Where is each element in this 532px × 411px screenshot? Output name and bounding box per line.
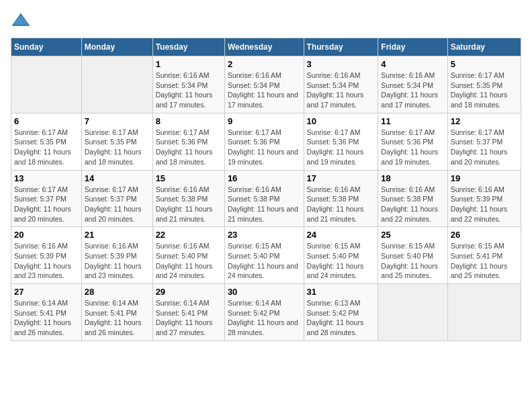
day-cell: 26Sunrise: 6:15 AM Sunset: 5:41 PM Dayli…: [447, 227, 521, 284]
day-cell: 11Sunrise: 6:17 AM Sunset: 5:36 PM Dayli…: [378, 113, 447, 170]
day-info: Sunrise: 6:15 AM Sunset: 5:41 PM Dayligh…: [451, 241, 518, 281]
day-header-monday: Monday: [81, 38, 152, 56]
day-number: 26: [451, 230, 518, 240]
day-cell: 29Sunrise: 6:14 AM Sunset: 5:41 PM Dayli…: [152, 284, 224, 341]
day-info: Sunrise: 6:16 AM Sunset: 5:39 PM Dayligh…: [14, 241, 79, 281]
day-info: Sunrise: 6:14 AM Sunset: 5:41 PM Dayligh…: [14, 298, 79, 338]
day-number: 24: [307, 230, 375, 240]
day-cell: 13Sunrise: 6:17 AM Sunset: 5:37 PM Dayli…: [11, 170, 82, 227]
day-info: Sunrise: 6:15 AM Sunset: 5:40 PM Dayligh…: [307, 241, 375, 281]
day-info: Sunrise: 6:13 AM Sunset: 5:42 PM Dayligh…: [307, 298, 375, 338]
week-row-5: 27Sunrise: 6:14 AM Sunset: 5:41 PM Dayli…: [11, 284, 521, 341]
day-cell: [447, 284, 521, 341]
day-number: 19: [451, 173, 518, 183]
day-info: Sunrise: 6:15 AM Sunset: 5:40 PM Dayligh…: [228, 241, 301, 281]
day-number: 17: [307, 173, 375, 183]
day-cell: 7Sunrise: 6:17 AM Sunset: 5:35 PM Daylig…: [81, 113, 152, 170]
day-number: 23: [228, 230, 301, 240]
day-cell: 23Sunrise: 6:15 AM Sunset: 5:40 PM Dayli…: [224, 227, 304, 284]
day-cell: [378, 284, 447, 341]
day-info: Sunrise: 6:16 AM Sunset: 5:38 PM Dayligh…: [156, 185, 222, 224]
day-info: Sunrise: 6:14 AM Sunset: 5:41 PM Dayligh…: [85, 298, 150, 338]
day-cell: 19Sunrise: 6:16 AM Sunset: 5:39 PM Dayli…: [447, 170, 521, 227]
day-info: Sunrise: 6:17 AM Sunset: 5:36 PM Dayligh…: [228, 128, 301, 167]
day-info: Sunrise: 6:17 AM Sunset: 5:35 PM Dayligh…: [14, 128, 79, 167]
day-number: 15: [156, 173, 222, 183]
day-info: Sunrise: 6:17 AM Sunset: 5:37 PM Dayligh…: [85, 185, 150, 224]
day-number: 27: [14, 287, 79, 297]
day-info: Sunrise: 6:14 AM Sunset: 5:41 PM Dayligh…: [156, 298, 222, 338]
calendar-table: SundayMondayTuesdayWednesdayThursdayFrid…: [11, 38, 521, 341]
week-row-2: 6Sunrise: 6:17 AM Sunset: 5:35 PM Daylig…: [11, 113, 521, 170]
day-cell: 24Sunrise: 6:15 AM Sunset: 5:40 PM Dayli…: [304, 227, 378, 284]
day-cell: [81, 56, 152, 113]
day-info: Sunrise: 6:17 AM Sunset: 5:37 PM Dayligh…: [14, 185, 79, 224]
day-number: 3: [307, 59, 375, 69]
day-number: 9: [228, 116, 301, 126]
day-info: Sunrise: 6:16 AM Sunset: 5:39 PM Dayligh…: [85, 241, 150, 281]
day-header-friday: Friday: [378, 38, 447, 56]
day-info: Sunrise: 6:17 AM Sunset: 5:37 PM Dayligh…: [451, 128, 518, 167]
day-number: 25: [381, 230, 444, 240]
day-cell: 14Sunrise: 6:17 AM Sunset: 5:37 PM Dayli…: [81, 170, 152, 227]
day-number: 5: [451, 59, 518, 69]
day-cell: 9Sunrise: 6:17 AM Sunset: 5:36 PM Daylig…: [224, 113, 304, 170]
header: [11, 11, 521, 31]
svg-marker-1: [13, 15, 29, 25]
day-info: Sunrise: 6:16 AM Sunset: 5:34 PM Dayligh…: [228, 71, 301, 110]
week-row-3: 13Sunrise: 6:17 AM Sunset: 5:37 PM Dayli…: [11, 170, 521, 227]
day-number: 16: [228, 173, 301, 183]
day-info: Sunrise: 6:17 AM Sunset: 5:35 PM Dayligh…: [85, 128, 150, 167]
day-info: Sunrise: 6:16 AM Sunset: 5:40 PM Dayligh…: [156, 241, 222, 281]
day-number: 13: [14, 173, 79, 183]
day-number: 21: [85, 230, 150, 240]
day-cell: 2Sunrise: 6:16 AM Sunset: 5:34 PM Daylig…: [224, 56, 304, 113]
day-number: 18: [381, 173, 444, 183]
day-info: Sunrise: 6:16 AM Sunset: 5:34 PM Dayligh…: [156, 71, 222, 110]
day-number: 10: [307, 116, 375, 126]
day-header-saturday: Saturday: [447, 38, 521, 56]
day-info: Sunrise: 6:17 AM Sunset: 5:36 PM Dayligh…: [307, 128, 375, 167]
days-header-row: SundayMondayTuesdayWednesdayThursdayFrid…: [11, 38, 521, 56]
day-number: 29: [156, 287, 222, 297]
logo-icon: [11, 11, 31, 31]
day-number: 22: [156, 230, 222, 240]
day-number: 11: [381, 116, 444, 126]
day-number: 28: [85, 287, 150, 297]
day-number: 31: [307, 287, 375, 297]
day-info: Sunrise: 6:16 AM Sunset: 5:38 PM Dayligh…: [381, 185, 444, 224]
day-cell: 17Sunrise: 6:16 AM Sunset: 5:38 PM Dayli…: [304, 170, 378, 227]
day-cell: 20Sunrise: 6:16 AM Sunset: 5:39 PM Dayli…: [11, 227, 82, 284]
day-info: Sunrise: 6:17 AM Sunset: 5:35 PM Dayligh…: [451, 71, 518, 110]
day-info: Sunrise: 6:15 AM Sunset: 5:40 PM Dayligh…: [381, 241, 444, 281]
day-cell: 25Sunrise: 6:15 AM Sunset: 5:40 PM Dayli…: [378, 227, 447, 284]
day-cell: 3Sunrise: 6:16 AM Sunset: 5:34 PM Daylig…: [304, 56, 378, 113]
day-info: Sunrise: 6:16 AM Sunset: 5:39 PM Dayligh…: [451, 185, 518, 224]
day-number: 1: [156, 59, 222, 69]
day-cell: 27Sunrise: 6:14 AM Sunset: 5:41 PM Dayli…: [11, 284, 82, 341]
day-cell: 10Sunrise: 6:17 AM Sunset: 5:36 PM Dayli…: [304, 113, 378, 170]
day-number: 12: [451, 116, 518, 126]
day-number: 30: [228, 287, 301, 297]
day-header-wednesday: Wednesday: [224, 38, 304, 56]
day-cell: [11, 56, 82, 113]
day-number: 6: [14, 116, 79, 126]
day-cell: 31Sunrise: 6:13 AM Sunset: 5:42 PM Dayli…: [304, 284, 378, 341]
day-cell: 21Sunrise: 6:16 AM Sunset: 5:39 PM Dayli…: [81, 227, 152, 284]
day-cell: 4Sunrise: 6:16 AM Sunset: 5:34 PM Daylig…: [378, 56, 447, 113]
day-cell: 16Sunrise: 6:16 AM Sunset: 5:38 PM Dayli…: [224, 170, 304, 227]
week-row-4: 20Sunrise: 6:16 AM Sunset: 5:39 PM Dayli…: [11, 227, 521, 284]
day-cell: 30Sunrise: 6:14 AM Sunset: 5:42 PM Dayli…: [224, 284, 304, 341]
day-info: Sunrise: 6:16 AM Sunset: 5:38 PM Dayligh…: [307, 185, 375, 224]
day-cell: 15Sunrise: 6:16 AM Sunset: 5:38 PM Dayli…: [152, 170, 224, 227]
day-number: 8: [156, 116, 222, 126]
day-cell: 18Sunrise: 6:16 AM Sunset: 5:38 PM Dayli…: [378, 170, 447, 227]
day-number: 14: [85, 173, 150, 183]
day-info: Sunrise: 6:17 AM Sunset: 5:36 PM Dayligh…: [381, 128, 444, 167]
day-cell: 6Sunrise: 6:17 AM Sunset: 5:35 PM Daylig…: [11, 113, 82, 170]
day-info: Sunrise: 6:16 AM Sunset: 5:34 PM Dayligh…: [381, 71, 444, 110]
day-info: Sunrise: 6:16 AM Sunset: 5:34 PM Dayligh…: [307, 71, 375, 110]
day-number: 20: [14, 230, 79, 240]
day-number: 4: [381, 59, 444, 69]
day-header-sunday: Sunday: [11, 38, 82, 56]
